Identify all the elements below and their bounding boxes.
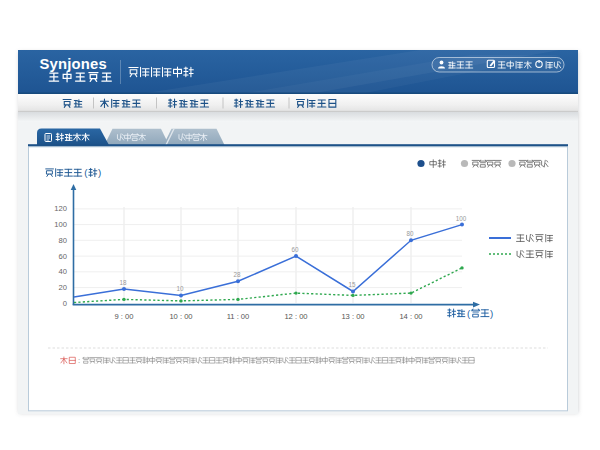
svg-text:15: 15 [348,281,356,288]
svg-text:100: 100 [456,215,467,222]
svg-text:20: 20 [59,283,67,292]
svg-text:9 : 00: 9 : 00 [115,312,134,321]
svg-text::: : [78,356,80,365]
svg-text:60: 60 [59,252,67,261]
svg-text:): ) [98,167,101,178]
svg-text:Synjones: Synjones [40,56,107,72]
svg-text:28: 28 [233,271,241,278]
svg-text:18: 18 [119,279,127,286]
svg-text:14 : 00: 14 : 00 [399,312,422,321]
svg-text:120: 120 [54,204,67,213]
svg-text:80: 80 [406,230,414,237]
svg-text:80: 80 [59,236,67,245]
svg-text:60: 60 [291,246,299,253]
svg-text:10: 10 [176,285,184,292]
svg-text:): ) [490,308,493,319]
svg-text:0: 0 [63,299,67,308]
svg-text:10 : 00: 10 : 00 [169,312,192,321]
svg-text:40: 40 [59,267,67,276]
svg-text:100: 100 [54,220,67,229]
svg-text:11 : 00: 11 : 00 [227,312,250,321]
svg-text:12 : 00: 12 : 00 [284,312,307,321]
svg-text:13 : 00: 13 : 00 [341,312,364,321]
